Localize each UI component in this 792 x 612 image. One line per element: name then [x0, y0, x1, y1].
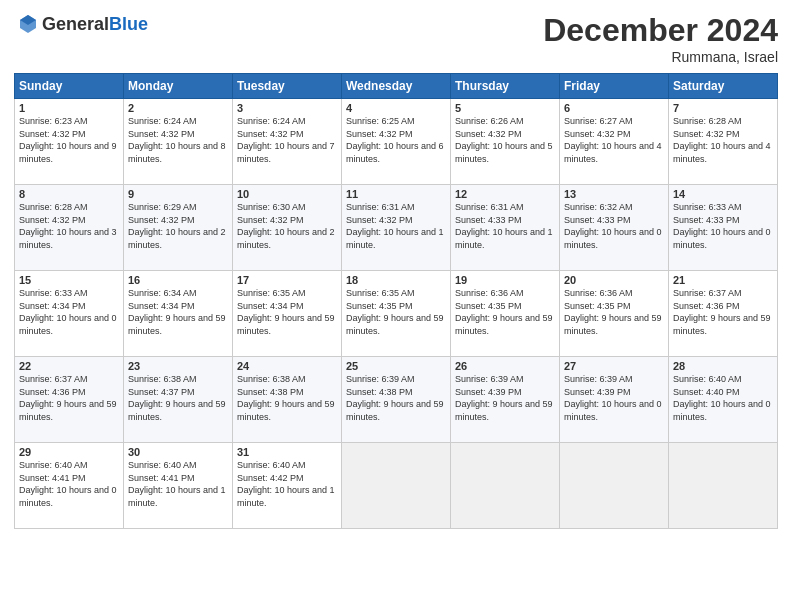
day-info: Sunrise: 6:40 AMSunset: 4:41 PMDaylight:…: [128, 459, 228, 509]
day-number: 17: [237, 274, 337, 286]
table-row: [451, 443, 560, 529]
day-info: Sunrise: 6:38 AMSunset: 4:38 PMDaylight:…: [237, 373, 337, 423]
month-year: December 2024: [543, 12, 778, 49]
day-info: Sunrise: 6:33 AMSunset: 4:34 PMDaylight:…: [19, 287, 119, 337]
day-info: Sunrise: 6:40 AMSunset: 4:41 PMDaylight:…: [19, 459, 119, 509]
day-number: 27: [564, 360, 664, 372]
day-number: 12: [455, 188, 555, 200]
day-info: Sunrise: 6:40 AMSunset: 4:40 PMDaylight:…: [673, 373, 773, 423]
table-row: 25Sunrise: 6:39 AMSunset: 4:38 PMDayligh…: [342, 357, 451, 443]
day-number: 10: [237, 188, 337, 200]
day-info: Sunrise: 6:31 AMSunset: 4:33 PMDaylight:…: [455, 201, 555, 251]
day-number: 19: [455, 274, 555, 286]
table-row: 22Sunrise: 6:37 AMSunset: 4:36 PMDayligh…: [15, 357, 124, 443]
day-info: Sunrise: 6:36 AMSunset: 4:35 PMDaylight:…: [455, 287, 555, 337]
day-number: 1: [19, 102, 119, 114]
table-row: 13Sunrise: 6:32 AMSunset: 4:33 PMDayligh…: [560, 185, 669, 271]
day-info: Sunrise: 6:24 AMSunset: 4:32 PMDaylight:…: [128, 115, 228, 165]
table-row: 4Sunrise: 6:25 AMSunset: 4:32 PMDaylight…: [342, 99, 451, 185]
table-row: [342, 443, 451, 529]
day-info: Sunrise: 6:28 AMSunset: 4:32 PMDaylight:…: [19, 201, 119, 251]
table-row: 24Sunrise: 6:38 AMSunset: 4:38 PMDayligh…: [233, 357, 342, 443]
table-row: 26Sunrise: 6:39 AMSunset: 4:39 PMDayligh…: [451, 357, 560, 443]
day-number: 25: [346, 360, 446, 372]
day-info: Sunrise: 6:29 AMSunset: 4:32 PMDaylight:…: [128, 201, 228, 251]
table-row: [669, 443, 778, 529]
day-info: Sunrise: 6:26 AMSunset: 4:32 PMDaylight:…: [455, 115, 555, 165]
day-info: Sunrise: 6:25 AMSunset: 4:32 PMDaylight:…: [346, 115, 446, 165]
day-info: Sunrise: 6:34 AMSunset: 4:34 PMDaylight:…: [128, 287, 228, 337]
day-number: 31: [237, 446, 337, 458]
day-number: 6: [564, 102, 664, 114]
logo-blue: Blue: [109, 14, 148, 35]
col-sunday: Sunday: [15, 74, 124, 99]
day-number: 3: [237, 102, 337, 114]
calendar-header-row: Sunday Monday Tuesday Wednesday Thursday…: [15, 74, 778, 99]
day-number: 26: [455, 360, 555, 372]
table-row: 1Sunrise: 6:23 AMSunset: 4:32 PMDaylight…: [15, 99, 124, 185]
col-wednesday: Wednesday: [342, 74, 451, 99]
col-thursday: Thursday: [451, 74, 560, 99]
table-row: 16Sunrise: 6:34 AMSunset: 4:34 PMDayligh…: [124, 271, 233, 357]
day-number: 16: [128, 274, 228, 286]
table-row: [560, 443, 669, 529]
table-row: 31Sunrise: 6:40 AMSunset: 4:42 PMDayligh…: [233, 443, 342, 529]
calendar-week-row: 8Sunrise: 6:28 AMSunset: 4:32 PMDaylight…: [15, 185, 778, 271]
table-row: 12Sunrise: 6:31 AMSunset: 4:33 PMDayligh…: [451, 185, 560, 271]
table-row: 15Sunrise: 6:33 AMSunset: 4:34 PMDayligh…: [15, 271, 124, 357]
day-info: Sunrise: 6:23 AMSunset: 4:32 PMDaylight:…: [19, 115, 119, 165]
day-number: 23: [128, 360, 228, 372]
day-number: 30: [128, 446, 228, 458]
day-number: 21: [673, 274, 773, 286]
day-info: Sunrise: 6:37 AMSunset: 4:36 PMDaylight:…: [673, 287, 773, 337]
day-number: 13: [564, 188, 664, 200]
col-monday: Monday: [124, 74, 233, 99]
table-row: 17Sunrise: 6:35 AMSunset: 4:34 PMDayligh…: [233, 271, 342, 357]
day-info: Sunrise: 6:36 AMSunset: 4:35 PMDaylight:…: [564, 287, 664, 337]
month-title: December 2024 Rummana, Israel: [543, 12, 778, 65]
day-info: Sunrise: 6:40 AMSunset: 4:42 PMDaylight:…: [237, 459, 337, 509]
day-number: 28: [673, 360, 773, 372]
table-row: 6Sunrise: 6:27 AMSunset: 4:32 PMDaylight…: [560, 99, 669, 185]
day-info: Sunrise: 6:27 AMSunset: 4:32 PMDaylight:…: [564, 115, 664, 165]
day-number: 5: [455, 102, 555, 114]
day-info: Sunrise: 6:38 AMSunset: 4:37 PMDaylight:…: [128, 373, 228, 423]
day-info: Sunrise: 6:37 AMSunset: 4:36 PMDaylight:…: [19, 373, 119, 423]
day-number: 11: [346, 188, 446, 200]
day-number: 14: [673, 188, 773, 200]
table-row: 19Sunrise: 6:36 AMSunset: 4:35 PMDayligh…: [451, 271, 560, 357]
day-number: 8: [19, 188, 119, 200]
table-row: 11Sunrise: 6:31 AMSunset: 4:32 PMDayligh…: [342, 185, 451, 271]
page: GeneralBlue December 2024 Rummana, Israe…: [0, 0, 792, 612]
day-number: 4: [346, 102, 446, 114]
table-row: 7Sunrise: 6:28 AMSunset: 4:32 PMDaylight…: [669, 99, 778, 185]
calendar-week-row: 29Sunrise: 6:40 AMSunset: 4:41 PMDayligh…: [15, 443, 778, 529]
table-row: 3Sunrise: 6:24 AMSunset: 4:32 PMDaylight…: [233, 99, 342, 185]
calendar-week-row: 22Sunrise: 6:37 AMSunset: 4:36 PMDayligh…: [15, 357, 778, 443]
location: Rummana, Israel: [543, 49, 778, 65]
calendar-week-row: 1Sunrise: 6:23 AMSunset: 4:32 PMDaylight…: [15, 99, 778, 185]
day-number: 18: [346, 274, 446, 286]
table-row: 30Sunrise: 6:40 AMSunset: 4:41 PMDayligh…: [124, 443, 233, 529]
logo: GeneralBlue: [14, 12, 148, 36]
table-row: 27Sunrise: 6:39 AMSunset: 4:39 PMDayligh…: [560, 357, 669, 443]
day-number: 7: [673, 102, 773, 114]
day-info: Sunrise: 6:39 AMSunset: 4:39 PMDaylight:…: [564, 373, 664, 423]
day-number: 9: [128, 188, 228, 200]
col-friday: Friday: [560, 74, 669, 99]
logo-general: General: [42, 14, 109, 35]
header: GeneralBlue December 2024 Rummana, Israe…: [14, 12, 778, 65]
calendar-week-row: 15Sunrise: 6:33 AMSunset: 4:34 PMDayligh…: [15, 271, 778, 357]
table-row: 5Sunrise: 6:26 AMSunset: 4:32 PMDaylight…: [451, 99, 560, 185]
table-row: 18Sunrise: 6:35 AMSunset: 4:35 PMDayligh…: [342, 271, 451, 357]
table-row: 23Sunrise: 6:38 AMSunset: 4:37 PMDayligh…: [124, 357, 233, 443]
logo-icon: [16, 12, 40, 36]
table-row: 20Sunrise: 6:36 AMSunset: 4:35 PMDayligh…: [560, 271, 669, 357]
day-info: Sunrise: 6:35 AMSunset: 4:35 PMDaylight:…: [346, 287, 446, 337]
table-row: 14Sunrise: 6:33 AMSunset: 4:33 PMDayligh…: [669, 185, 778, 271]
day-number: 15: [19, 274, 119, 286]
day-info: Sunrise: 6:35 AMSunset: 4:34 PMDaylight:…: [237, 287, 337, 337]
day-info: Sunrise: 6:32 AMSunset: 4:33 PMDaylight:…: [564, 201, 664, 251]
table-row: 29Sunrise: 6:40 AMSunset: 4:41 PMDayligh…: [15, 443, 124, 529]
day-info: Sunrise: 6:24 AMSunset: 4:32 PMDaylight:…: [237, 115, 337, 165]
